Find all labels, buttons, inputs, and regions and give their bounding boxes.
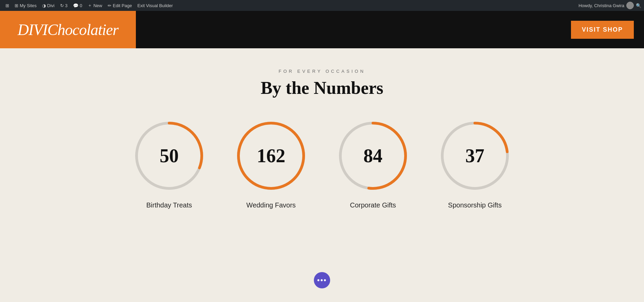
dots-icon: •••	[317, 276, 327, 285]
my-sites-btn[interactable]: ⊞ My Sites	[12, 0, 39, 11]
new-content-btn[interactable]: ＋ New	[85, 0, 105, 11]
plus-icon: ＋	[88, 2, 92, 9]
stat-item: 162 Wedding Favors	[234, 118, 308, 209]
divi-label: Divi	[47, 3, 55, 8]
circle-container: 37	[437, 118, 512, 193]
stat-label: Sponsorship Gifts	[448, 201, 502, 209]
edit-page-btn[interactable]: ✏ Edit Page	[105, 0, 135, 11]
edit-page-label: Edit Page	[113, 3, 132, 8]
howdy-label: Howdy, Christina Gwira	[578, 3, 624, 8]
logo-bold-text: DIVI	[18, 21, 48, 38]
stat-item: 84 Corporate Gifts	[336, 118, 410, 209]
logo-area: DIVIChocolatier	[0, 11, 136, 48]
stats-row: 50 Birthday Treats 162 Wedding Favors 84…	[7, 118, 637, 209]
updates-btn[interactable]: ↻ 3	[57, 0, 70, 11]
stat-label: Birthday Treats	[146, 201, 192, 209]
pencil-icon: ✏	[108, 3, 111, 8]
admin-bar-right: Howdy, Christina Gwira 🔍	[578, 2, 641, 9]
stat-item: 37 Sponsorship Gifts	[437, 118, 512, 209]
wordpress-logo-btn[interactable]: ⊞	[3, 0, 12, 11]
divi-builder-button[interactable]: •••	[314, 272, 330, 288]
divi-icon: ◑	[42, 3, 46, 8]
updates-icon: ↻	[60, 3, 64, 8]
visit-shop-button[interactable]: VISIT SHOP	[571, 21, 634, 39]
circle-container: 84	[336, 118, 410, 193]
exit-vb-btn[interactable]: Exit Visual Builder	[135, 0, 176, 11]
new-label: New	[93, 3, 102, 8]
circle-container: 162	[234, 118, 308, 193]
circle-container: 50	[132, 118, 207, 193]
exit-vb-label: Exit Visual Builder	[137, 3, 173, 8]
section-subtitle: FOR EVERY OCCASION	[7, 69, 637, 74]
my-sites-label: My Sites	[20, 3, 37, 8]
stat-value: 50	[160, 145, 179, 167]
avatar	[626, 2, 634, 9]
stat-value: 84	[363, 145, 382, 167]
stat-label: Wedding Favors	[246, 201, 296, 209]
admin-bar: ⊞ ⊞ My Sites ◑ Divi ↻ 3 💬 0 ＋ New ✏ Edit…	[0, 0, 644, 11]
comments-btn[interactable]: 💬 0	[70, 0, 85, 11]
stat-value: 37	[465, 145, 484, 167]
header-right: VISIT SHOP	[136, 11, 644, 48]
site-header: DIVIChocolatier VISIT SHOP	[0, 11, 644, 48]
main-content: FOR EVERY OCCASION By the Numbers 50 Bir…	[0, 48, 644, 223]
wordpress-icon: ⊞	[5, 3, 9, 8]
site-logo: DIVIChocolatier	[18, 21, 119, 39]
comments-count: 0	[80, 3, 82, 8]
updates-count: 3	[65, 3, 68, 8]
sites-icon: ⊞	[15, 3, 18, 8]
stat-label: Corporate Gifts	[350, 201, 396, 209]
search-icon[interactable]: 🔍	[636, 3, 641, 8]
stat-value: 162	[257, 145, 285, 167]
comments-icon: 💬	[73, 3, 78, 8]
section-title: By the Numbers	[7, 78, 637, 98]
divi-btn[interactable]: ◑ Divi	[39, 0, 57, 11]
stat-item: 50 Birthday Treats	[132, 118, 207, 209]
logo-script-text: Chocolatier	[48, 21, 119, 38]
